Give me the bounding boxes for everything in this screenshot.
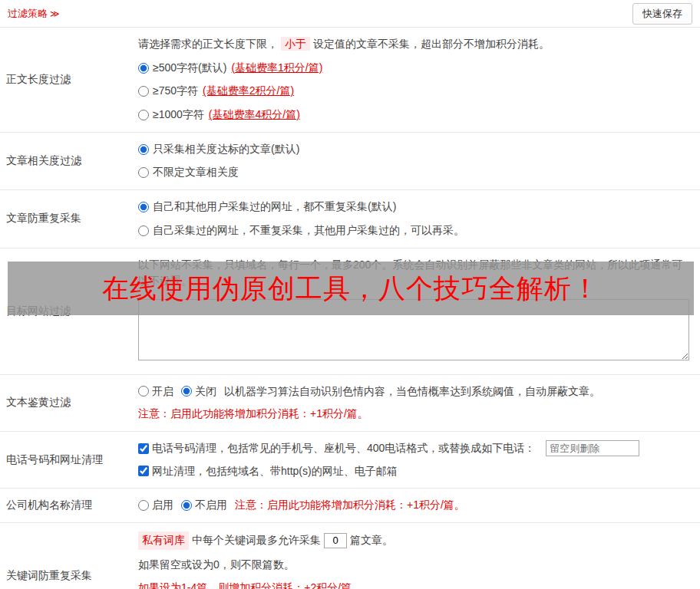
blocked-sites-textarea[interactable] (138, 299, 689, 360)
radio-company-on-label: 启用 (152, 497, 173, 514)
keyword-note-zero: 如果留空或设为0，则不限篇数。 (138, 557, 692, 574)
row-keyword-dedup: 关键词防重复采集 私有词库 中每个关键词最多允许采集 篇文章。 如果留空或设为0… (0, 523, 700, 589)
radio-option-500chars[interactable]: ≥500字符(默认) (基础费率1积分/篇) (138, 60, 692, 77)
radio-dedup-all-label: 自己和其他用户采集过的网址，都不重复采集(默认) (153, 199, 396, 216)
phone-cleanup-line: 电话号码清理，包括常见的手机号、座机号、400电话格式，或替换成如下电话： (138, 440, 692, 457)
keyword-dedup-content: 私有词库 中每个关键词最多允许采集 篇文章。 如果留空或设为0，则不限篇数。 如… (138, 523, 700, 589)
checkbox-phone-clean-label: 电话号码清理，包括常见的手机号、座机号、400电话格式，或替换成如下电话： (152, 440, 535, 457)
radio-company-off[interactable] (181, 500, 192, 511)
row-phone-url-cleanup: 电话号码和网址清理 电话号码清理，包括常见的手机号、座机号、400电话格式，或替… (0, 432, 700, 489)
row-target-site-filter: 目标网站过滤 以下网站不采集，只填域名，每行一个，最多200个。系统会自动识别并… (0, 248, 700, 375)
keyword-limit-input[interactable] (324, 533, 347, 548)
keyword-dedup-label: 关键词防重复采集 (0, 523, 138, 589)
radio-option-company-on[interactable]: 启用 (138, 497, 173, 514)
desc-post: 设定值的文章不采集，超出部分不增加积分消耗。 (313, 38, 550, 50)
row-body-length-filter: 正文长度过滤 请选择需求的正文长度下限，小于设定值的文章不采集，超出部分不增加积… (0, 28, 700, 133)
keyword-note-1to4: 如果设为1-4篇，则增加积分消耗：+2积分/篇。 (138, 580, 692, 589)
radio-dedup-all[interactable] (138, 202, 149, 212)
radio-porn-off[interactable] (181, 386, 192, 397)
collapse-arrow-icon: ≫ (50, 8, 60, 19)
porn-filter-desc: 以机器学习算法自动识别色情内容，当色情概率达到系统阈值，自动屏蔽文章。 (224, 383, 600, 400)
checkbox-option-phone-clean[interactable]: 电话号码清理，包括常见的手机号、座机号、400电话格式，或替换成如下电话： (138, 440, 535, 457)
url-cleanup-line: 网址清理，包括纯域名、带http(s)的网址、电子邮箱 (138, 463, 692, 480)
radio-dedup-self[interactable] (138, 225, 149, 236)
private-lexicon-highlight: 私有词库 (138, 531, 189, 550)
body-length-label: 正文长度过滤 (0, 28, 138, 132)
radio-500chars[interactable] (138, 63, 149, 74)
checkbox-url-clean[interactable] (138, 466, 149, 476)
radio-1000chars[interactable] (138, 110, 149, 120)
radio-750chars[interactable] (138, 86, 149, 97)
radio-option-porn-off[interactable]: 关闭 (181, 383, 216, 400)
radio-relevance-strict-label: 只采集相关度达标的文章(默认) (153, 141, 299, 158)
page-title[interactable]: 过滤策略≫ (8, 7, 60, 21)
row-company-name-cleanup: 公司机构名称清理 启用 不启用 注意：启用此功能将增加积分消耗：+1积分/篇。 (0, 489, 700, 523)
page-title-text: 过滤策略 (8, 8, 48, 19)
radio-1000chars-label: ≥1000字符 (153, 107, 204, 123)
keyword-limit-line: 私有词库 中每个关键词最多允许采集 篇文章。 (138, 531, 692, 550)
radio-porn-on[interactable] (138, 386, 149, 397)
radio-option-porn-on[interactable]: 开启 (138, 383, 173, 400)
relevance-content: 只采集相关度达标的文章(默认) 不限定文章相关度 (138, 133, 700, 189)
radio-option-relevance-strict[interactable]: 只采集相关度达标的文章(默认) (138, 141, 692, 158)
radio-option-1000chars[interactable]: ≥1000字符 (基础费率4积分/篇) (138, 107, 692, 123)
checkbox-url-clean-label: 网址清理，包括纯域名、带http(s)的网址、电子邮箱 (152, 463, 398, 480)
radio-relevance-strict[interactable] (138, 144, 149, 155)
body-length-content: 请选择需求的正文长度下限，小于设定值的文章不采集，超出部分不增加积分消耗。 ≥5… (138, 28, 700, 132)
radio-1000chars-note: (基础费率4积分/篇) (209, 107, 300, 123)
desc-pre: 请选择需求的正文长度下限， (138, 38, 278, 50)
radio-750chars-note: (基础费率2积分/篇) (203, 83, 294, 100)
porn-filter-label: 文本鉴黄过滤 (0, 375, 138, 431)
keyword-limit-mid: 中每个关键词最多允许采集 (192, 532, 321, 549)
dedup-content: 自己和其他用户采集过的网址，都不重复采集(默认) 自己采集过的网址，不重复采集，… (138, 190, 700, 247)
company-cleanup-note: 注意：启用此功能将增加积分消耗：+1积分/篇。 (235, 497, 465, 514)
radio-porn-off-label: 关闭 (195, 383, 216, 400)
checkbox-option-url-clean[interactable]: 网址清理，包括纯域名、带http(s)的网址、电子邮箱 (138, 463, 398, 480)
checkbox-phone-clean[interactable] (138, 443, 149, 454)
radio-relevance-any[interactable] (138, 167, 149, 178)
radio-option-dedup-self[interactable]: 自己采集过的网址，不重复采集，其他用户采集过的，可以再采。 (138, 222, 692, 239)
radio-porn-on-label: 开启 (152, 383, 173, 400)
company-cleanup-label: 公司机构名称清理 (0, 489, 138, 522)
relevance-label: 文章相关度过滤 (0, 133, 138, 189)
lessthan-highlight: 小于 (281, 37, 310, 51)
radio-dedup-self-label: 自己采集过的网址，不重复采集，其他用户采集过的，可以再采。 (153, 222, 464, 239)
filter-strategy-page: 过滤策略≫ 快速保存 正文长度过滤 请选择需求的正文长度下限，小于设定值的文章不… (0, 0, 700, 589)
porn-filter-note: 注意：启用此功能将增加积分消耗：+1积分/篇。 (138, 406, 692, 423)
radio-option-dedup-all[interactable]: 自己和其他用户采集过的网址，都不重复采集(默认) (138, 199, 692, 216)
radio-relevance-any-label: 不限定文章相关度 (153, 164, 239, 181)
radio-750chars-label: ≥750字符 (153, 83, 198, 100)
target-site-label: 目标网站过滤 (0, 248, 138, 374)
target-site-content: 以下网站不采集，只填域名，每行一个，最多200个。系统会自动识别并屏蔽那些非文章… (138, 248, 700, 374)
keyword-limit-post: 篇文章。 (350, 532, 393, 549)
phone-cleanup-content: 电话号码清理，包括常见的手机号、座机号、400电话格式，或替换成如下电话： 网址… (138, 432, 700, 488)
body-length-desc: 请选择需求的正文长度下限，小于设定值的文章不采集，超出部分不增加积分消耗。 (138, 36, 692, 53)
radio-option-750chars[interactable]: ≥750字符 (基础费率2积分/篇) (138, 83, 692, 100)
radio-company-off-label: 不启用 (195, 497, 227, 514)
dedup-label: 文章防重复采集 (0, 190, 138, 247)
radio-500chars-label: ≥500字符(默认) (153, 60, 226, 77)
row-relevance-filter: 文章相关度过滤 只采集相关度达标的文章(默认) 不限定文章相关度 (0, 133, 700, 190)
radio-company-on[interactable] (138, 500, 149, 511)
replacement-phone-input[interactable] (546, 440, 639, 456)
porn-filter-content: 开启 关闭 以机器学习算法自动识别色情内容，当色情概率达到系统阈值，自动屏蔽文章… (138, 375, 700, 431)
radio-500chars-note: (基础费率1积分/篇) (231, 60, 322, 77)
phone-cleanup-label: 电话号码和网址清理 (0, 432, 138, 488)
row-porn-filter: 文本鉴黄过滤 开启 关闭 以机器学习算法自动识别色情内容，当色情概率达到系统阈值… (0, 375, 700, 432)
quick-save-button[interactable]: 快速保存 (632, 3, 692, 25)
company-cleanup-content: 启用 不启用 注意：启用此功能将增加积分消耗：+1积分/篇。 (138, 489, 700, 522)
radio-option-company-off[interactable]: 不启用 (181, 497, 227, 514)
radio-option-relevance-any[interactable]: 不限定文章相关度 (138, 164, 692, 181)
page-header: 过滤策略≫ 快速保存 (0, 0, 700, 28)
target-site-desc: 以下网站不采集，只填域名，每行一个，最多200个。系统会自动识别并屏蔽那些非文章… (138, 257, 692, 290)
row-dedup-collect: 文章防重复采集 自己和其他用户采集过的网址，都不重复采集(默认) 自己采集过的网… (0, 190, 700, 248)
